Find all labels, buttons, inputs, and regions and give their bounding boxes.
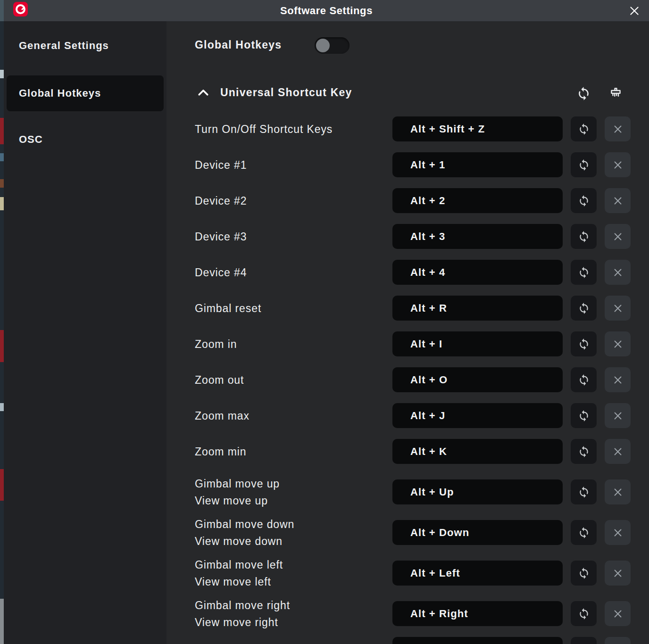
hotkey-value: Alt + Shift + Z (410, 123, 485, 135)
section-reset-all-button[interactable] (574, 84, 593, 102)
refresh-icon (578, 567, 590, 579)
hotkey-clear-button[interactable] (605, 601, 631, 626)
refresh-icon (578, 527, 590, 539)
hotkey-reset-button[interactable] (571, 637, 597, 644)
hotkey-clear-button[interactable] (605, 403, 631, 428)
hotkey-input[interactable]: Alt + K (392, 439, 563, 464)
hotkey-value: Alt + Right (410, 608, 468, 620)
hotkey-label: Zoom in (195, 336, 237, 353)
hotkey-reset-button[interactable] (571, 224, 597, 249)
hotkey-row: Gimbal move upView move up Alt + Up (195, 479, 649, 504)
hotkey-reset-button[interactable] (571, 367, 597, 392)
hotkey-reset-button[interactable] (571, 561, 597, 586)
hotkey-value: Alt + 1 (410, 159, 445, 171)
x-icon (613, 446, 623, 457)
hotkey-input[interactable] (392, 637, 563, 644)
hotkey-row: Device #4 Alt + 4 (195, 260, 649, 285)
section-clear-all-button[interactable] (606, 84, 625, 102)
toggle-knob (316, 39, 330, 52)
hotkey-input[interactable]: Alt + O (392, 367, 563, 392)
sidebar-item-osc[interactable]: OSC (7, 122, 164, 157)
hotkey-label: Gimbal move upView move up (195, 475, 280, 509)
hotkey-input[interactable]: Alt + 4 (392, 260, 563, 285)
hotkey-label: Gimbal move downView move down (195, 516, 294, 550)
refresh-icon (578, 123, 590, 135)
hotkey-rows: Turn On/Off Shortcut Keys Alt + Shift + … (195, 116, 649, 644)
hotkey-clear-button[interactable] (605, 479, 631, 504)
hotkey-row: Device #3 Alt + 3 (195, 224, 649, 249)
refresh-icon (578, 266, 590, 279)
hotkey-input[interactable]: Alt + R (392, 296, 563, 321)
hotkey-reset-button[interactable] (571, 188, 597, 213)
refresh-icon (578, 302, 590, 314)
x-icon (613, 231, 623, 242)
x-icon (613, 487, 623, 497)
hotkey-clear-button[interactable] (605, 637, 631, 644)
hotkey-input[interactable]: Alt + I (392, 331, 563, 356)
hotkey-input[interactable]: Alt + Up (392, 479, 563, 504)
hotkey-reset-button[interactable] (571, 520, 597, 545)
hotkey-clear-button[interactable] (605, 367, 631, 392)
hotkey-input[interactable]: Alt + 3 (392, 224, 563, 249)
sidebar-item-general-settings[interactable]: General Settings (7, 28, 164, 64)
hotkey-reset-button[interactable] (571, 403, 597, 428)
hotkey-label: Gimbal reset (195, 300, 261, 317)
close-button[interactable] (627, 3, 641, 18)
hotkey-reset-button[interactable] (571, 439, 597, 464)
hotkey-input[interactable]: Alt + 2 (392, 188, 563, 213)
hotkey-clear-button[interactable] (605, 331, 631, 356)
hotkey-row: Turn On/Off Shortcut Keys Alt + Shift + … (195, 116, 649, 141)
refresh-icon (578, 338, 590, 350)
hotkey-reset-button[interactable] (571, 479, 597, 504)
hotkey-row: Device #2 Alt + 2 (195, 188, 649, 213)
section-title: Universal Shortcut Key (220, 86, 352, 99)
refresh-icon (578, 608, 590, 620)
hotkey-input[interactable]: Alt + Right (392, 601, 563, 626)
hotkey-clear-button[interactable] (605, 224, 631, 249)
hotkey-input[interactable]: Alt + 1 (392, 152, 563, 177)
hotkey-value: Alt + I (410, 338, 442, 350)
close-icon (628, 5, 641, 17)
hotkey-value: Alt + O (410, 374, 448, 386)
hotkey-reset-button[interactable] (571, 260, 597, 285)
chevron-up-icon (196, 86, 211, 100)
hotkey-clear-button[interactable] (605, 152, 631, 177)
hotkey-input[interactable]: Alt + Shift + Z (392, 116, 563, 141)
hotkey-label: Device #4 (195, 264, 247, 281)
global-hotkeys-toggle[interactable] (315, 37, 349, 54)
hotkey-clear-button[interactable] (605, 260, 631, 285)
hotkey-input[interactable]: Alt + Left (392, 561, 563, 586)
hotkey-label: Gimbal move rightView move right (195, 597, 290, 631)
hotkey-reset-button[interactable] (571, 601, 597, 626)
hotkey-input[interactable]: Alt + J (392, 403, 563, 428)
x-icon (613, 375, 623, 385)
refresh-icon (576, 86, 591, 101)
hotkey-clear-button[interactable] (605, 561, 631, 586)
hotkey-reset-button[interactable] (571, 296, 597, 321)
settings-sidebar: General Settings Global Hotkeys OSC (4, 21, 166, 644)
sidebar-item-global-hotkeys[interactable]: Global Hotkeys (7, 75, 164, 111)
hotkey-reset-button[interactable] (571, 116, 597, 141)
hotkey-clear-button[interactable] (605, 520, 631, 545)
x-icon (613, 124, 623, 134)
hotkey-row (195, 637, 649, 644)
hotkey-reset-button[interactable] (571, 152, 597, 177)
hotkey-row: Gimbal move downView move down Alt + Dow… (195, 520, 649, 545)
refresh-icon (578, 195, 590, 207)
hotkey-clear-button[interactable] (605, 439, 631, 464)
hotkey-label: Device #3 (195, 228, 247, 245)
hotkey-reset-button[interactable] (571, 331, 597, 356)
global-hotkeys-label: Global Hotkeys (195, 39, 282, 51)
desktop-edge-sliver (0, 0, 4, 644)
hotkey-value: Alt + J (410, 410, 445, 422)
hotkey-input[interactable]: Alt + Down (392, 520, 563, 545)
section-collapse-button[interactable] (195, 85, 212, 101)
refresh-icon (578, 446, 590, 458)
hotkey-value: Alt + 2 (410, 195, 445, 207)
hotkey-clear-button[interactable] (605, 296, 631, 321)
hotkey-value: Alt + 4 (410, 266, 445, 279)
hotkey-label: Device #2 (195, 192, 247, 209)
hotkey-clear-button[interactable] (605, 116, 631, 141)
hotkey-clear-button[interactable] (605, 188, 631, 213)
hotkey-label: Turn On/Off Shortcut Keys (195, 121, 333, 138)
